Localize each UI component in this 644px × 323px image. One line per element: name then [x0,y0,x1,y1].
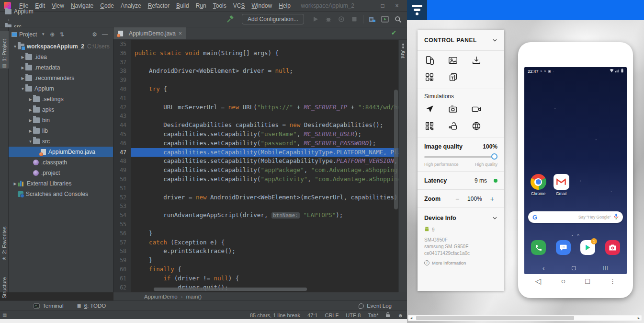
tree-item-idea[interactable]: ▶.idea [9,52,113,62]
device-rotate-icon[interactable] [424,55,435,66]
tool-window-switcher-icon[interactable]: ▦ [2,312,7,318]
tree-item-classpath[interactable]: .classpath [9,157,113,168]
code-line-54[interactable]: 54 runAdvantageAppScript(driver, btnName… [113,211,398,220]
project-view-selector[interactable]: Project ▼ [11,31,47,38]
code-line-39[interactable]: 39 [113,76,398,85]
perfecto-logo-icon[interactable] [407,0,427,20]
zoom-out-button[interactable]: − [454,195,461,203]
code-line-56[interactable]: 56 } [113,229,398,238]
highlighting-level-icon[interactable]: ☻ [397,312,403,318]
editor-tab[interactable]: AppiumDemo.java × [113,27,186,39]
menu-analyze[interactable]: Analyze [117,1,145,10]
code-line-61[interactable]: 61 if (driver != null) { [113,274,398,283]
run-window-icon[interactable] [381,15,389,23]
gmail-app[interactable]: Gmail [552,174,570,196]
tree-item-project[interactable]: .project [9,168,113,178]
home-soft-key[interactable] [572,266,576,270]
code-line-55[interactable]: 55 [113,220,398,229]
menu-help[interactable]: Help [275,1,294,10]
add-configuration-button[interactable]: Add Configuration... [242,14,304,24]
code-line-52[interactable]: 52 driver = new AndroidDriver<WebElement… [113,193,398,202]
terminal-tab[interactable]: >_ Terminal [34,303,63,309]
camera-app-icon[interactable] [605,240,620,255]
menu-tools[interactable]: Tools [210,1,230,10]
network-globe-icon[interactable] [471,121,482,131]
control-panel-header[interactable]: CONTROL PANEL [418,30,504,51]
collapse-all-icon[interactable]: ⇅ [59,31,64,38]
run-icon[interactable] [311,15,320,23]
code-line-51[interactable]: 51 [113,184,398,193]
tree-item-settings[interactable]: ▶.settings [9,94,113,104]
scroll-left-arrow[interactable]: ◄ [408,315,414,321]
device-screen[interactable]: 22:47 » » ▣ · Chrome [524,67,627,274]
code-line-53[interactable]: 53 [113,202,398,211]
search-icon[interactable] [394,15,402,23]
breadcrumb-method[interactable]: main() [186,294,202,300]
tree-item-scratches-and-consoles[interactable]: Scratches and Consoles [9,189,113,199]
minimize-button[interactable]: – [361,0,375,11]
code-line-57[interactable]: 57 catch (Exception e) { [113,238,398,247]
lock-icon[interactable] [385,312,390,318]
qr-code-icon[interactable] [424,121,435,131]
unlock-fingerprint-icon[interactable] [448,121,458,131]
code-line-59[interactable]: 59 } [113,256,398,265]
menu-build[interactable]: Build [173,1,192,10]
menu-button[interactable]: ⋮ [610,277,616,286]
gear-icon[interactable]: ⚙ [92,31,97,38]
code-line-60[interactable]: 60 finally { [113,265,398,274]
code-editor[interactable]: 3536public static void main(String[] arg… [113,40,398,292]
recents-button[interactable]: □ [585,277,590,286]
code-line-37[interactable]: 37 [113,58,398,67]
tree-item-bin[interactable]: ▶bin [9,115,113,126]
caret-position[interactable]: 47:1 [307,312,317,318]
code-line-46[interactable]: 46 capabilities.setCapability("password"… [113,139,398,148]
tree-item-metadata[interactable]: ▶.metadata [9,62,113,73]
code-line-43[interactable]: 43 [113,112,398,121]
paste-text-icon[interactable] [448,72,458,82]
microphone-icon[interactable] [614,213,619,221]
tree-item-src[interactable]: ▼src [9,136,113,147]
zoom-in-button[interactable]: + [489,195,496,203]
screenshot-image-icon[interactable] [448,55,458,66]
code-line-38[interactable]: 38 AndroidDriver<WebElement> driver = nu… [113,67,398,76]
code-line-58[interactable]: 58 e.printStackTrace(); [113,247,398,256]
hammer-build-icon[interactable] [226,15,235,23]
scroll-right-arrow[interactable]: ► [636,315,642,321]
device-info-header[interactable]: Device Info [424,210,497,226]
menu-vcs[interactable]: VCS [230,1,249,10]
menu-window[interactable]: Window [248,1,275,10]
more-information-link[interactable]: i More information [424,260,497,265]
locate-file-icon[interactable]: ⊕ [50,31,55,38]
download-icon[interactable] [471,55,482,66]
inspection-ok-icon[interactable]: ✔ [391,29,396,36]
editor-horizontal-scrollbar[interactable] [154,288,307,291]
slider-thumb[interactable] [491,153,497,160]
tree-item-external-libraries[interactable]: ▶External Libraries [9,178,113,189]
camera-icon[interactable] [448,104,458,115]
play-store-icon[interactable]: 1 [580,240,595,255]
remote-horizontal-scrollbar[interactable]: ◄ ► [408,315,642,321]
chevron-down-icon[interactable] [492,216,497,220]
code-line-49[interactable]: 49 capabilities.setCapability("appPackag… [113,166,398,175]
event-log-tab[interactable]: Event Log [359,303,392,309]
tree-item-workspaceappium-2[interactable]: ▼workspaceAppium_2C:\Users [9,41,113,52]
back-button[interactable]: ◁ [535,277,541,286]
tree-item-appiumdemo-java[interactable]: AppiumDemo.java [9,147,113,157]
code-line-45[interactable]: 45 capabilities.setCapability("userName"… [113,130,398,139]
code-line-48[interactable]: 48 capabilities.setCapability(MobileCapa… [113,157,398,166]
video-camera-icon[interactable] [471,104,482,115]
menu-run[interactable]: Run [192,1,210,10]
recents-soft-key[interactable]: ||| [603,265,609,270]
code-line-36[interactable]: 36public static void main(String[] args)… [113,49,398,58]
code-line-44[interactable]: 44 DesiredCapabilities capabilities = ne… [113,121,398,130]
gmail-app-icon[interactable] [554,174,569,190]
messages-app-icon[interactable] [556,240,571,255]
slider-track[interactable] [424,156,497,158]
stop-icon[interactable] [350,15,359,23]
file-encoding[interactable]: UTF-8 [346,312,361,318]
code-line-47[interactable]: 47 capabilities.setCapability(MobileCapa… [113,148,398,157]
close-button[interactable]: × [390,0,404,11]
indent-style[interactable]: Tab* [368,312,378,318]
todo-tab[interactable]: ≣ 6: TODO [77,303,106,309]
chrome-app-icon[interactable] [531,174,546,190]
